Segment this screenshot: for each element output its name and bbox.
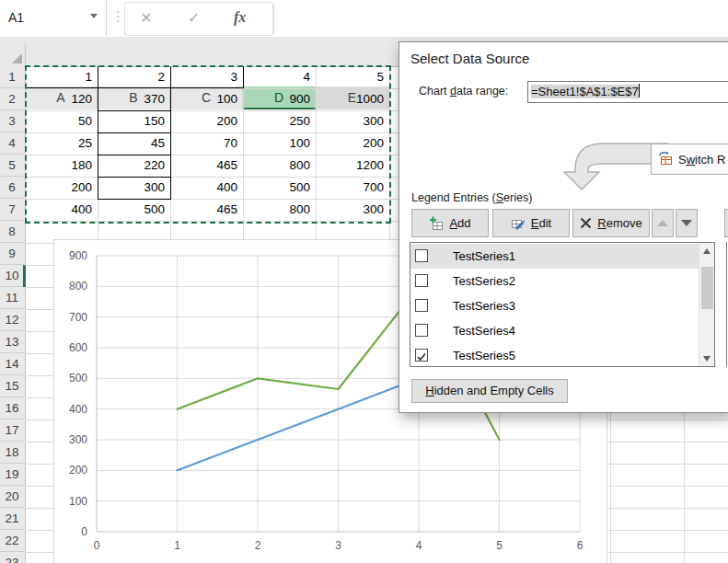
cell-E1[interactable]: 5 [316, 66, 384, 88]
scroll-down-icon [703, 356, 711, 362]
add-series-button[interactable]: Add [411, 209, 489, 237]
cell-A3[interactable]: 50 [25, 110, 92, 132]
select-all-triangle-icon [12, 53, 22, 63]
row-header-5[interactable]: 5 [0, 155, 24, 177]
unchecked-checkbox[interactable] [415, 324, 428, 337]
cell-B7[interactable]: 500 [98, 199, 165, 221]
svg-text:2: 2 [255, 539, 261, 552]
series-item-TestSeries1[interactable]: TestSeries1 [410, 244, 699, 269]
cell-D7[interactable]: 800 [243, 199, 310, 221]
unchecked-checkbox[interactable] [415, 274, 428, 287]
cell-D5[interactable]: 800 [243, 155, 310, 177]
chart-data-range-label: Chart data range: [419, 85, 508, 98]
row-header-13[interactable]: 13 [0, 331, 24, 353]
series-item-TestSeries2[interactable]: TestSeries2 [410, 269, 699, 293]
cell-A6[interactable]: 200 [25, 177, 92, 199]
arrow-down-icon [681, 220, 692, 226]
row-header-11[interactable]: 11 [0, 287, 24, 309]
series-item-TestSeries5[interactable]: TestSeries5 [410, 343, 699, 368]
row-header-3[interactable]: 3 [0, 110, 24, 132]
cell-C5[interactable]: 465 [170, 155, 237, 177]
cell-A7[interactable]: 400 [25, 199, 92, 221]
cell-D2[interactable]: 900 [243, 88, 310, 110]
checked-checkbox[interactable] [415, 349, 428, 362]
cell-B1[interactable]: 2 [98, 66, 165, 88]
row-header-22[interactable]: 22 [0, 530, 24, 552]
cell-E6[interactable]: 700 [316, 177, 384, 199]
hidden-and-empty-cells-button[interactable]: Hidden and Empty Cells [411, 379, 568, 403]
series-item-TestSeries3[interactable]: TestSeries3 [410, 293, 699, 318]
scrollbar-thumb[interactable] [701, 267, 713, 309]
row-header-6[interactable]: 6 [0, 177, 24, 199]
cell-E3[interactable]: 300 [316, 110, 384, 132]
cell-border [98, 199, 171, 200]
row-header-23[interactable]: 23 [0, 552, 24, 563]
move-series-down-button[interactable] [676, 209, 698, 237]
row-header-18[interactable]: 18 [0, 442, 24, 464]
cell-B3[interactable]: 150 [98, 110, 165, 132]
switch-row-column-button[interactable]: Switch R [651, 144, 728, 175]
name-box[interactable]: A1 [0, 0, 107, 36]
cell-A5[interactable]: 180 [25, 155, 92, 177]
edit-series-button[interactable]: Edit [492, 209, 570, 237]
row-header-20[interactable]: 20 [0, 486, 24, 508]
cell-C3[interactable]: 200 [170, 110, 237, 132]
unchecked-checkbox[interactable] [415, 299, 428, 312]
row-header-10[interactable]: 10 [0, 265, 24, 287]
row-header-8[interactable]: 8 [0, 221, 24, 243]
cell-B5[interactable]: 220 [98, 155, 165, 177]
cell-C2[interactable]: 100 [170, 88, 237, 110]
row-header-12[interactable]: 12 [0, 309, 24, 331]
cell-C7[interactable]: 465 [170, 199, 237, 221]
cell-B2[interactable]: 370 [98, 88, 165, 110]
cell-E7[interactable]: 300 [316, 199, 384, 221]
row-header-14[interactable]: 14 [0, 353, 24, 375]
row-header-17[interactable]: 17 [0, 419, 24, 442]
svg-text:900: 900 [69, 249, 87, 262]
scroll-down-button[interactable] [699, 350, 715, 366]
cell-D3[interactable]: 250 [243, 110, 310, 132]
cell-C1[interactable]: 3 [170, 66, 237, 88]
row-header-16[interactable]: 16 [0, 397, 24, 419]
remove-series-button[interactable]: Remove [572, 209, 650, 237]
cancel-icon[interactable]: ✕ [140, 9, 152, 27]
cell-A1[interactable]: 1 [25, 66, 92, 88]
cell-A2[interactable]: 120 [25, 88, 92, 110]
cell-E5[interactable]: 1200 [316, 155, 384, 177]
axis-labels-button-sliver [724, 209, 728, 237]
unchecked-checkbox[interactable] [415, 249, 428, 262]
cell-border [98, 66, 98, 88]
cell-B4[interactable]: 45 [98, 132, 165, 155]
formula-input[interactable] [274, 0, 728, 36]
row-header-4[interactable]: 4 [0, 132, 24, 155]
row-header-15[interactable]: 15 [0, 375, 24, 397]
chart-data-range-input[interactable]: =Sheet1!$A$1:$E$7 [527, 81, 728, 103]
chevron-down-icon[interactable] [90, 14, 98, 18]
svg-text:200: 200 [69, 464, 87, 477]
cell-D6[interactable]: 500 [243, 177, 310, 199]
series-item-TestSeries4[interactable]: TestSeries4 [410, 318, 699, 343]
scrollbar[interactable] [699, 243, 714, 366]
insert-function-icon[interactable]: fx [234, 9, 246, 26]
row-header-1[interactable]: 1 [0, 66, 24, 88]
row-header-21[interactable]: 21 [0, 508, 24, 530]
scroll-up-button[interactable] [699, 243, 715, 259]
cell-D1[interactable]: 4 [243, 66, 310, 88]
formula-bar-strip: A1 ⋮ ✕ ✓ fx [0, 0, 728, 38]
cell-C6[interactable]: 400 [170, 177, 237, 199]
move-series-up-button[interactable] [652, 209, 674, 237]
cell-B6[interactable]: 300 [98, 177, 165, 199]
cell-E4[interactable]: 200 [316, 132, 384, 155]
cell-D4[interactable]: 100 [243, 132, 310, 155]
enter-check-icon[interactable]: ✓ [188, 9, 200, 27]
cell-C4[interactable]: 70 [170, 132, 237, 155]
row-header-19[interactable]: 19 [0, 464, 24, 486]
cell-A4[interactable]: 25 [25, 132, 92, 155]
select-all-corner[interactable] [0, 43, 26, 66]
row-header-2[interactable]: 2 [0, 88, 24, 110]
cell-E2[interactable]: 1000 [316, 88, 384, 110]
row-header-7[interactable]: 7 [0, 199, 24, 221]
cell-border [98, 132, 171, 133]
arrow-up-icon [657, 220, 668, 226]
row-header-9[interactable]: 9 [0, 243, 24, 265]
